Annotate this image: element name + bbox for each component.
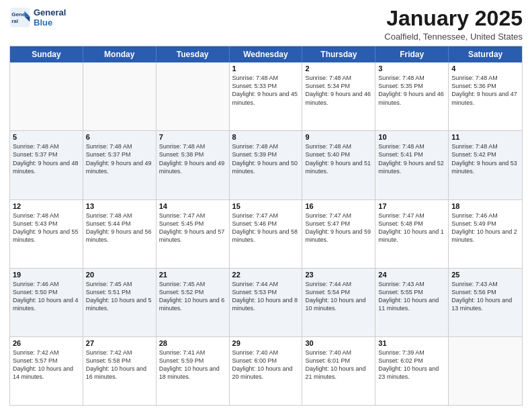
day-number: 29 — [232, 339, 300, 347]
day-info: Sunrise: 7:44 AMSunset: 5:53 PMDaylight:… — [232, 280, 300, 313]
day-info: Sunrise: 7:48 AMSunset: 5:40 PMDaylight:… — [305, 142, 372, 175]
day-number: 14 — [159, 202, 226, 210]
day-number: 28 — [159, 339, 226, 347]
day-cell-17: 17Sunrise: 7:47 AMSunset: 5:48 PMDayligh… — [375, 200, 449, 268]
logo-icon: Gene ral — [9, 7, 31, 28]
day-cell-empty — [83, 62, 157, 130]
day-cell-empty — [449, 337, 522, 405]
day-number: 18 — [451, 202, 519, 210]
day-cell-8: 8Sunrise: 7:48 AMSunset: 5:39 PMDaylight… — [230, 131, 303, 199]
day-number: 7 — [159, 133, 226, 141]
day-cell-11: 11Sunrise: 7:48 AMSunset: 5:42 PMDayligh… — [449, 131, 522, 199]
day-info: Sunrise: 7:40 AMSunset: 6:01 PMDaylight:… — [305, 349, 372, 381]
day-number: 12 — [13, 202, 80, 210]
day-header-monday: Monday — [83, 46, 157, 62]
day-cell-4: 4Sunrise: 7:48 AMSunset: 5:36 PMDaylight… — [449, 62, 522, 130]
day-number: 21 — [159, 271, 226, 279]
day-number: 24 — [378, 271, 445, 279]
day-cell-1: 1Sunrise: 7:48 AMSunset: 5:33 PMDaylight… — [230, 62, 303, 130]
day-info: Sunrise: 7:48 AMSunset: 5:38 PMDaylight:… — [159, 142, 226, 175]
day-info: Sunrise: 7:47 AMSunset: 5:46 PMDaylight:… — [232, 212, 300, 244]
day-cell-25: 25Sunrise: 7:43 AMSunset: 5:56 PMDayligh… — [449, 269, 522, 336]
day-number: 13 — [86, 202, 153, 210]
day-headers: SundayMondayTuesdayWednesdayThursdayFrid… — [10, 46, 522, 62]
day-info: Sunrise: 7:48 AMSunset: 5:35 PMDaylight:… — [378, 74, 445, 107]
day-cell-5: 5Sunrise: 7:48 AMSunset: 5:37 PMDaylight… — [10, 131, 83, 199]
day-info: Sunrise: 7:45 AMSunset: 5:51 PMDaylight:… — [86, 280, 153, 313]
day-header-friday: Friday — [375, 46, 449, 62]
day-number: 4 — [451, 64, 519, 73]
day-info: Sunrise: 7:48 AMSunset: 5:36 PMDaylight:… — [451, 74, 519, 107]
day-number: 17 — [378, 202, 445, 210]
day-number: 25 — [451, 271, 519, 279]
day-number: 16 — [305, 202, 372, 210]
day-info: Sunrise: 7:39 AMSunset: 6:02 PMDaylight:… — [378, 349, 445, 381]
week-row-2: 5Sunrise: 7:48 AMSunset: 5:37 PMDaylight… — [10, 130, 522, 199]
day-cell-28: 28Sunrise: 7:41 AMSunset: 5:59 PMDayligh… — [157, 337, 230, 405]
day-cell-29: 29Sunrise: 7:40 AMSunset: 6:00 PMDayligh… — [230, 337, 303, 405]
logo-text: General Blue — [34, 7, 66, 28]
day-cell-23: 23Sunrise: 7:44 AMSunset: 5:54 PMDayligh… — [302, 269, 375, 336]
day-info: Sunrise: 7:47 AMSunset: 5:48 PMDaylight:… — [378, 212, 445, 244]
day-info: Sunrise: 7:43 AMSunset: 5:56 PMDaylight:… — [451, 280, 519, 313]
week-row-5: 26Sunrise: 7:42 AMSunset: 5:57 PMDayligh… — [10, 336, 522, 405]
day-info: Sunrise: 7:48 AMSunset: 5:37 PMDaylight:… — [13, 142, 80, 175]
day-cell-21: 21Sunrise: 7:45 AMSunset: 5:52 PMDayligh… — [157, 269, 230, 336]
svg-text:ral: ral — [11, 18, 18, 24]
day-info: Sunrise: 7:42 AMSunset: 5:58 PMDaylight:… — [86, 349, 153, 381]
day-number: 26 — [13, 339, 80, 347]
day-number: 20 — [86, 271, 153, 279]
day-info: Sunrise: 7:46 AMSunset: 5:49 PMDaylight:… — [451, 212, 519, 244]
day-number: 31 — [378, 339, 445, 347]
day-info: Sunrise: 7:42 AMSunset: 5:57 PMDaylight:… — [13, 349, 80, 381]
logo: Gene ral General Blue — [9, 7, 66, 28]
day-info: Sunrise: 7:48 AMSunset: 5:41 PMDaylight:… — [378, 142, 445, 175]
svg-text:Gene: Gene — [11, 11, 26, 17]
page: Gene ral General Blue January 2025 Coalf… — [0, 0, 532, 411]
day-cell-19: 19Sunrise: 7:46 AMSunset: 5:50 PMDayligh… — [10, 269, 83, 336]
day-cell-empty — [10, 62, 83, 130]
day-number: 5 — [13, 133, 80, 141]
day-cell-22: 22Sunrise: 7:44 AMSunset: 5:53 PMDayligh… — [230, 269, 303, 336]
week-row-4: 19Sunrise: 7:46 AMSunset: 5:50 PMDayligh… — [10, 268, 522, 336]
day-info: Sunrise: 7:47 AMSunset: 5:45 PMDaylight:… — [159, 212, 226, 244]
day-header-saturday: Saturday — [449, 46, 522, 62]
day-info: Sunrise: 7:47 AMSunset: 5:47 PMDaylight:… — [305, 212, 372, 244]
day-cell-12: 12Sunrise: 7:48 AMSunset: 5:43 PMDayligh… — [10, 200, 83, 268]
day-cell-31: 31Sunrise: 7:39 AMSunset: 6:02 PMDayligh… — [375, 337, 449, 405]
week-row-3: 12Sunrise: 7:48 AMSunset: 5:43 PMDayligh… — [10, 199, 522, 268]
day-header-thursday: Thursday — [302, 46, 375, 62]
day-number: 2 — [305, 64, 372, 73]
day-info: Sunrise: 7:48 AMSunset: 5:44 PMDaylight:… — [86, 212, 153, 244]
day-header-wednesday: Wednesday — [230, 46, 303, 62]
day-number: 3 — [378, 64, 445, 73]
day-cell-7: 7Sunrise: 7:48 AMSunset: 5:38 PMDaylight… — [157, 131, 230, 199]
day-cell-13: 13Sunrise: 7:48 AMSunset: 5:44 PMDayligh… — [83, 200, 157, 268]
day-number: 9 — [305, 133, 372, 141]
day-info: Sunrise: 7:41 AMSunset: 5:59 PMDaylight:… — [159, 349, 226, 381]
day-info: Sunrise: 7:44 AMSunset: 5:54 PMDaylight:… — [305, 280, 372, 313]
day-cell-27: 27Sunrise: 7:42 AMSunset: 5:58 PMDayligh… — [83, 337, 157, 405]
day-cell-15: 15Sunrise: 7:47 AMSunset: 5:46 PMDayligh… — [230, 200, 303, 268]
day-cell-20: 20Sunrise: 7:45 AMSunset: 5:51 PMDayligh… — [83, 269, 157, 336]
day-number: 11 — [451, 133, 519, 141]
day-info: Sunrise: 7:48 AMSunset: 5:33 PMDaylight:… — [232, 74, 300, 107]
day-cell-6: 6Sunrise: 7:48 AMSunset: 5:37 PMDaylight… — [83, 131, 157, 199]
day-number: 19 — [13, 271, 80, 279]
day-number: 6 — [86, 133, 153, 141]
day-header-tuesday: Tuesday — [157, 46, 230, 62]
title-area: January 2025 Coalfield, Tennessee, Unite… — [384, 7, 523, 42]
day-number: 8 — [232, 133, 300, 141]
day-info: Sunrise: 7:45 AMSunset: 5:52 PMDaylight:… — [159, 280, 226, 313]
day-info: Sunrise: 7:48 AMSunset: 5:42 PMDaylight:… — [451, 142, 519, 175]
day-cell-2: 2Sunrise: 7:48 AMSunset: 5:34 PMDaylight… — [302, 62, 375, 130]
day-number: 1 — [232, 64, 300, 73]
location: Coalfield, Tennessee, United States — [384, 32, 523, 42]
day-number: 10 — [378, 133, 445, 141]
day-number: 30 — [305, 339, 372, 347]
day-header-sunday: Sunday — [10, 46, 83, 62]
day-info: Sunrise: 7:48 AMSunset: 5:37 PMDaylight:… — [86, 142, 153, 175]
month-title: January 2025 — [384, 7, 523, 30]
day-number: 22 — [232, 271, 300, 279]
day-info: Sunrise: 7:48 AMSunset: 5:39 PMDaylight:… — [232, 142, 300, 175]
